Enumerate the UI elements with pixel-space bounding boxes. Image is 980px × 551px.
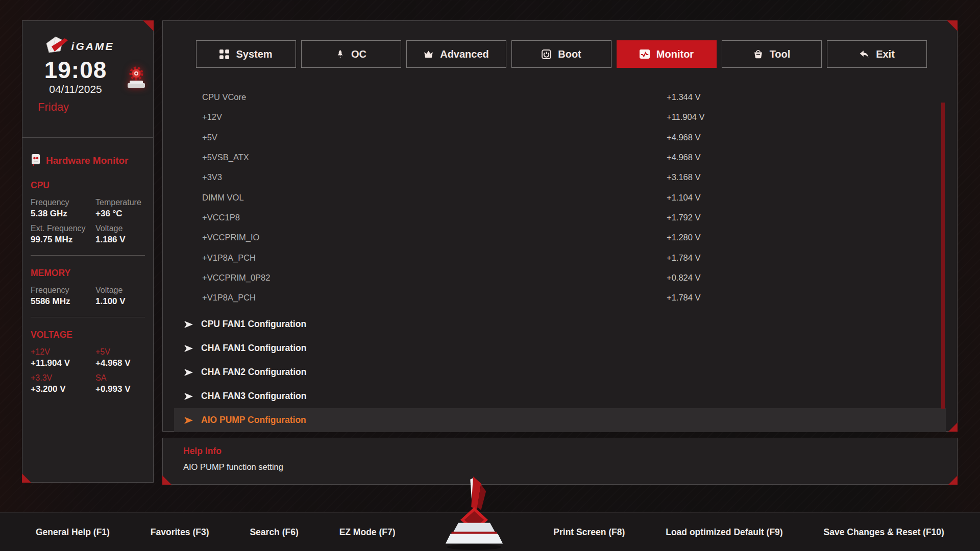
reading-value: +1.784 V <box>667 293 701 303</box>
footer-load-default[interactable]: Load optimized Default (F9) <box>666 527 782 538</box>
cpu-frequency-label: Frequency <box>31 198 95 207</box>
tab-tool[interactable]: Tool <box>722 40 822 68</box>
reading-label: +5V <box>202 133 217 142</box>
reading-label: +VCC1P8 <box>202 213 240 222</box>
footer-search[interactable]: Search (F6) <box>250 527 298 538</box>
clock-time: 19:08 <box>22 58 129 82</box>
reading-row: +3V3 +3.168 V <box>163 167 957 187</box>
divider <box>22 137 153 138</box>
corner-accent <box>162 475 172 485</box>
reading-value: +1.280 V <box>667 233 701 242</box>
hardware-monitor-icon <box>31 154 41 168</box>
tab-label: Tool <box>770 48 791 60</box>
reading-value: +4.968 V <box>667 133 701 142</box>
menu-item-label: CPU FAN1 Configuration <box>201 319 306 330</box>
menu-item-cpu-fan1-configuration[interactable]: CPU FAN1 Configuration <box>174 312 946 336</box>
rocket-icon <box>336 49 345 59</box>
crown-icon <box>424 50 433 59</box>
footer-print-screen[interactable]: Print Screen (F8) <box>553 527 625 538</box>
menu-item-cha-fan1-configuration[interactable]: CHA FAN1 Configuration <box>174 336 946 360</box>
reading-row: +VCC1P8 +1.792 V <box>163 208 957 228</box>
tab-advanced[interactable]: Advanced <box>406 40 506 68</box>
reading-label: +12V <box>202 112 222 122</box>
menu-item-label: CHA FAN3 Configuration <box>201 391 306 402</box>
gear-icon <box>125 64 148 91</box>
tab-oc[interactable]: OC <box>301 40 401 68</box>
tab-monitor[interactable]: Monitor <box>617 40 717 68</box>
cpu-section-title: CPU <box>31 180 145 191</box>
reading-label: DIMM VOL <box>202 193 244 203</box>
footer-general-help[interactable]: General Help (F1) <box>36 527 110 538</box>
tab-exit[interactable]: Exit <box>827 40 927 68</box>
tab-boot[interactable]: Boot <box>511 40 611 68</box>
memory-voltage-value: 1.100 V <box>95 296 145 307</box>
menu-item-cha-fan3-configuration[interactable]: CHA FAN3 Configuration <box>174 384 946 408</box>
reading-label: +V1P8A_PCH <box>202 253 256 263</box>
voltage-grid: +12V +5V +11.904 V +4.968 V +3.3V SA +3.… <box>31 342 145 394</box>
power-icon <box>542 49 551 59</box>
reading-value: +1.784 V <box>667 253 701 263</box>
igame-gem-icon <box>44 35 68 58</box>
brand-logo-text: iGAME <box>71 40 114 53</box>
reading-row: +5V +4.968 V <box>163 128 957 147</box>
back-arrow-icon <box>859 50 869 58</box>
reading-row: +V1P8A_PCH +1.784 V <box>163 247 957 267</box>
voltage-12v-label: +12V <box>31 347 95 357</box>
menu-item-label: CHA FAN2 Configuration <box>201 367 306 378</box>
reading-row: +V1P8A_PCH +1.784 V <box>163 288 957 308</box>
cpu-ext-frequency-value: 99.75 MHz <box>31 235 95 245</box>
cpu-voltage-label: Voltage <box>95 224 145 233</box>
footer-favorites[interactable]: Favorites (F3) <box>151 527 209 538</box>
voltage-3v3-label: +3.3V <box>31 373 95 383</box>
pulse-icon <box>640 49 650 59</box>
cpu-frequency-value: 5.38 GHz <box>31 209 95 219</box>
menu-item-label: AIO PUMP Configuration <box>201 415 306 425</box>
reading-label: CPU VCore <box>202 92 246 102</box>
help-text: AIO PUMP function setting <box>183 462 957 472</box>
reading-value: +0.824 V <box>667 273 701 283</box>
menu-item-aio-pump-configuration[interactable]: AIO PUMP Configuration <box>174 408 946 432</box>
memory-section-title: MEMORY <box>31 268 145 279</box>
reading-label: +VCCPRIM_IO <box>202 233 259 242</box>
reading-value: +4.968 V <box>667 153 701 162</box>
sidebar: iGAME 19:08 04/11/2025 Friday <box>22 20 154 483</box>
scrollbar[interactable] <box>941 103 945 409</box>
tab-bar: System OC Advanced <box>196 40 927 68</box>
cpu-voltage-value: 1.186 V <box>95 235 145 245</box>
monitor-readings-list: CPU VCore +1.344 V +12V +11.904 V +5V +4… <box>163 87 957 432</box>
hardware-monitor-section: Hardware Monitor CPU Frequency Temperatu… <box>22 154 153 394</box>
hardware-monitor-title: Hardware Monitor <box>46 155 129 166</box>
corner-accent <box>22 473 31 483</box>
tab-label: OC <box>351 48 366 60</box>
memory-frequency-value: 5586 MHz <box>31 296 95 307</box>
bios-screen: iGAME 19:08 04/11/2025 Friday <box>0 0 980 551</box>
help-title: Help Info <box>183 446 957 457</box>
reading-row: CPU VCore +1.344 V <box>163 87 957 107</box>
voltage-3v3-value: +3.200 V <box>31 384 95 394</box>
footer-ez-mode[interactable]: EZ Mode (F7) <box>339 527 396 538</box>
arrow-icon <box>184 393 193 400</box>
menu-item-label: CHA FAN1 Configuration <box>201 343 306 354</box>
memory-grid: Frequency Voltage 5586 MHz 1.100 V <box>31 281 145 307</box>
tab-label: Monitor <box>656 48 694 60</box>
memory-frequency-label: Frequency <box>31 286 95 295</box>
reading-row: +12V +11.904 V <box>163 107 957 127</box>
tab-label: Exit <box>876 48 895 60</box>
grid-icon <box>219 49 229 59</box>
reading-value: +11.904 V <box>667 112 704 122</box>
reading-label: +5VSB_ATX <box>202 153 249 162</box>
cpu-ext-frequency-label: Ext. Frequency <box>31 224 95 233</box>
tab-label: System <box>236 48 272 60</box>
menu-item-cha-fan2-configuration[interactable]: CHA FAN2 Configuration <box>174 360 946 384</box>
arrow-icon <box>184 369 193 376</box>
reading-row: +VCCPRIM_IO +1.280 V <box>163 228 957 247</box>
reading-row: DIMM VOL +1.104 V <box>163 187 957 207</box>
arrow-icon <box>184 417 193 424</box>
tab-system[interactable]: System <box>196 40 296 68</box>
reading-value: +1.104 V <box>667 193 701 203</box>
main-panel: System OC Advanced <box>162 20 958 432</box>
cpu-grid: Frequency Temperature 5.38 GHz +36 °C Ex… <box>31 193 145 245</box>
reading-value: +3.168 V <box>667 172 701 182</box>
footer-save-reset[interactable]: Save Changes & Reset (F10) <box>824 527 944 538</box>
bucket-icon <box>753 49 763 59</box>
